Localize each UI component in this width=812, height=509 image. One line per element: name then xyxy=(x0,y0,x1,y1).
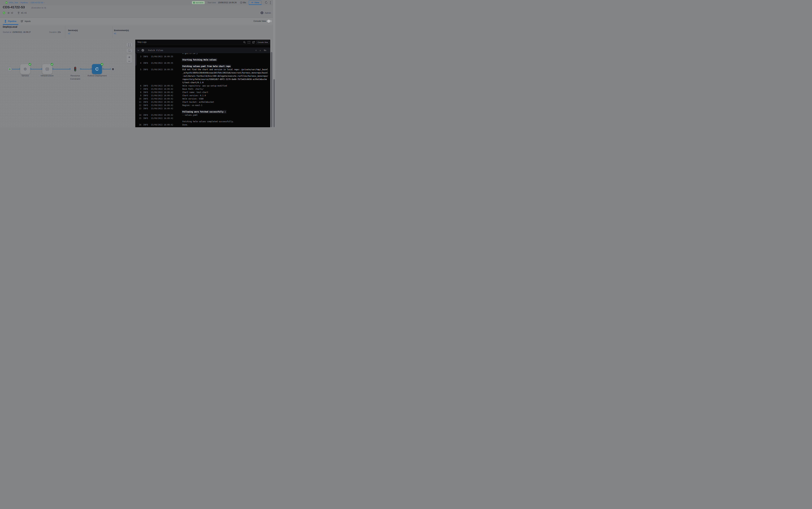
node-label-resource-constraint: Resource Constraint xyxy=(66,74,84,80)
tab-bar: Pipeline Inputs xyxy=(0,18,275,25)
zoom-in-icon[interactable] xyxy=(128,56,131,59)
refresh-icon[interactable] xyxy=(265,1,268,4)
success-check-icon xyxy=(50,63,53,66)
rollout-icon xyxy=(95,67,99,71)
view-button[interactable]: View xyxy=(249,0,261,5)
execution-meta-row: ⚙ s2 e2, e1 xyxy=(3,11,27,14)
log-line: Fetching values.yaml from helm chart rep… xyxy=(135,65,270,68)
start-node[interactable] xyxy=(7,67,12,71)
service-gear-icon: ⚙ xyxy=(7,12,9,14)
environments-value[interactable]: e1 xyxy=(114,32,116,35)
elapsed-time: 59s xyxy=(243,1,246,4)
log-line: 16INFO15/09/2022 16:09:42Done. xyxy=(135,123,270,127)
view-button-underline xyxy=(249,4,262,5)
log-line: 9INFO15/09/2022 16:09:42Chart version: 0… xyxy=(135,94,270,97)
node-label-service: Service xyxy=(17,74,33,77)
kebab-menu-icon[interactable] xyxy=(270,1,271,5)
log-line: 6INFO15/09/2022 16:09:42Helm repository:… xyxy=(135,84,270,88)
user-name: Admin xyxy=(265,12,271,14)
node-resource-constraint[interactable] xyxy=(74,67,76,71)
services-label: Service(s) xyxy=(68,29,78,32)
log-line: 8INFO15/09/2022 16:09:42Chart name: test… xyxy=(135,91,270,94)
check-circle-icon xyxy=(193,2,195,4)
step-status-icon xyxy=(142,49,144,52)
log-line: 10INFO15/09/2022 16:09:42Helm version: V… xyxy=(135,97,270,100)
console-view-control: Console View xyxy=(254,18,272,25)
log-line: repository/helm/source/93602db7-89f2-317… xyxy=(135,78,270,81)
end-node[interactable] xyxy=(111,67,115,71)
tab-inputs-label: Inputs xyxy=(25,20,31,23)
environment-names[interactable]: e2, e1 xyxy=(21,12,27,14)
console-view-button[interactable]: Console View xyxy=(256,41,269,44)
scroll-to-top-icon[interactable]: ↑ xyxy=(255,49,257,52)
tab-pipeline[interactable]: Pipeline xyxy=(4,18,16,25)
success-check-icon xyxy=(28,63,31,66)
fullscreen-icon xyxy=(128,44,131,46)
expand-icon[interactable] xyxy=(248,41,250,43)
toggle-knob xyxy=(267,20,270,23)
canvas-fit-selection-button[interactable] xyxy=(126,49,132,53)
selection-icon xyxy=(128,49,131,52)
avatar xyxy=(260,11,263,14)
tab-inputs[interactable]: Inputs xyxy=(21,18,31,25)
services-value[interactable]: s2 xyxy=(68,32,70,35)
start-time-label: Start time xyxy=(208,1,216,4)
harness-logo-icon xyxy=(3,11,5,14)
canvas-fullscreen-button[interactable] xyxy=(126,43,132,47)
started-at: Started at: 15/09/2022, 16:09:27 xyxy=(3,31,31,33)
edge-port xyxy=(69,68,71,70)
log-line: 15INFO15/09/2022 16:09:42 xyxy=(135,117,270,120)
log-line: t/test-chart/0.1.0 xyxy=(135,81,270,84)
edge xyxy=(11,69,20,69)
console-view-toggle[interactable] xyxy=(267,20,272,22)
infrastructure-icon xyxy=(45,67,50,71)
edge xyxy=(31,69,42,69)
log-line: -out/darwin-fastbuild/bin/260-delegate/e… xyxy=(135,74,270,78)
open-in-new-icon[interactable] xyxy=(252,41,255,43)
log-line: 11INFO15/09/2022 16:09:42Chart bucket: a… xyxy=(135,100,270,104)
traffic-red-light xyxy=(75,67,76,69)
user-menu[interactable]: Admin xyxy=(260,11,271,14)
status-badge: SUCCESS xyxy=(192,1,205,4)
edge-port xyxy=(80,68,81,70)
edge xyxy=(103,69,111,69)
log-line: 3INFO15/09/2022 16:09:35 xyxy=(135,55,270,58)
duration: Duration: 22s xyxy=(49,31,61,33)
zoom-out-icon[interactable] xyxy=(128,61,131,62)
log-line: 7INFO15/09/2022 16:09:42Base Path: chart… xyxy=(135,88,270,91)
log-line: _achyuth/d605e19b46448ceaacb01fb4c19633a… xyxy=(135,71,270,74)
play-icon xyxy=(9,68,11,70)
breadcrumb-pipeline-name[interactable]: CDS-41722-S3 xyxy=(31,2,43,4)
step-duration: 9s xyxy=(264,49,266,52)
page-title: CDS-41722-S3 xyxy=(3,5,25,9)
breadcrumb-pipelines[interactable]: Pipelines xyxy=(21,2,28,4)
edge-port xyxy=(52,68,54,70)
traffic-green-light xyxy=(75,70,76,71)
service-name[interactable]: s2 xyxy=(11,12,13,14)
gear-icon: ⚙ xyxy=(24,67,27,71)
breadcrumb-project[interactable]: CFDs_Test xyxy=(9,2,18,4)
top-header: CFDs_Test › Pipelines › CDS-41722-S3 › S… xyxy=(0,0,275,5)
log-line: 14INFO15/09/2022 16:09:42- values.yaml xyxy=(135,113,270,117)
environment-icon xyxy=(17,11,20,14)
step-name: Fetch Files xyxy=(148,49,163,52)
panel-resize-handle[interactable] xyxy=(135,53,137,66)
node-label-infrastructure: Infrastructure xyxy=(37,74,57,77)
breadcrumb-separator: › xyxy=(19,2,20,4)
log-rows: n go1.17.10 }3INFO15/09/2022 16:09:35Sta… xyxy=(135,52,270,127)
stage-summary: DeployLocal Started at: 15/09/2022, 16:0… xyxy=(0,25,275,40)
stage-name[interactable]: DeployLocal xyxy=(3,25,17,28)
log-line: Starting fetching Helm values xyxy=(135,58,270,61)
page-scrollbar-thumb[interactable] xyxy=(273,79,275,127)
step-log-group-header[interactable]: Fetch Files ↑ ↓ 9s xyxy=(136,47,270,53)
scroll-to-bottom-icon[interactable]: ↓ xyxy=(260,49,261,52)
step-logs-header: Step Logs Console View xyxy=(135,40,270,45)
stage-divider xyxy=(112,26,113,38)
log-line: 5INFO15/09/2022 16:09:35Did not find the… xyxy=(135,68,270,71)
breadcrumb-separator: › xyxy=(44,2,45,4)
chevron-down-icon[interactable] xyxy=(137,50,139,51)
breadcrumb: CFDs_Test › Pipelines › CDS-41722-S3 › xyxy=(5,0,45,5)
search-icon[interactable] xyxy=(243,41,246,43)
pipeline-canvas[interactable]: ⚙ Service Infrastructure Resource Constr… xyxy=(0,40,135,127)
log-scrollbar-thumb[interactable] xyxy=(271,52,272,127)
